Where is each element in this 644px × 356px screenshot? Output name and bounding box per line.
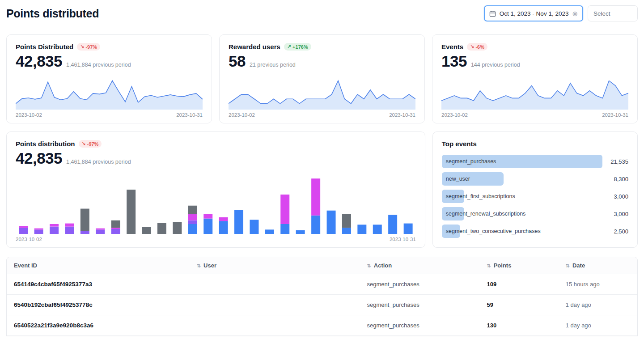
top-event-value: 3,000	[602, 211, 628, 217]
points-distribution-bar-chart	[16, 177, 416, 234]
points-distributed-sparkline	[16, 78, 203, 110]
trend-arrow-icon: ↗	[287, 44, 291, 50]
stat-subtitle: 21 previous period	[250, 62, 296, 68]
user-cell	[190, 315, 360, 336]
dashboard-main: Points Distributed ↘ -97% 42,835 1,461,8…	[0, 27, 644, 336]
clear-date-icon[interactable]: ⊗	[572, 10, 578, 17]
stat-subtitle: 1,461,884 previous period	[66, 159, 131, 165]
trend-arrow-icon: ↘	[82, 141, 86, 147]
action-cell: segment_purchases	[360, 295, 480, 315]
event-id-cell: 6540b192cbaf65f49253778c	[7, 295, 190, 315]
stat-title: Events	[441, 43, 463, 51]
table-row[interactable]: 654149c4cbaf65f4925377a3 segment_purchas…	[7, 274, 637, 295]
trend-value: +176%	[292, 44, 308, 50]
top-event-label: segment_first_subscriptions	[446, 193, 515, 199]
trend-arrow-icon: ↘	[80, 44, 84, 50]
user-cell	[190, 295, 360, 315]
column-header-event-id: Event ID	[7, 257, 190, 274]
stat-subtitle: 1,461,884 previous period	[66, 62, 131, 68]
sort-icon[interactable]: ⇅	[487, 263, 491, 268]
select-placeholder: Select	[593, 10, 610, 17]
date-range-picker[interactable]: Oct 1, 2023 - Nov 1, 2023 ⊗	[484, 5, 583, 21]
event-id-cell: 654149c4cbaf65f4925377a3	[7, 274, 190, 295]
stat-card-events: Events ↘ -6% 135 144 previous period 202…	[432, 34, 638, 123]
axis-date-start: 2023-10-02	[16, 237, 42, 242]
stat-cards-row: Points Distributed ↘ -97% 42,835 1,461,8…	[6, 34, 638, 123]
top-event-value: 2,500	[602, 228, 628, 235]
stat-title: Rewarded users	[229, 43, 280, 51]
top-event-row[interactable]: segment_renewal_subscriptions 3,000	[442, 207, 628, 220]
stat-card-rewarded-users: Rewarded users ↗ +176% 58 21 previous pe…	[219, 34, 425, 123]
axis-date-start: 2023-10-02	[229, 112, 255, 118]
axis-date-end: 2023-10-31	[602, 112, 628, 118]
column-header-action[interactable]: ⇅Action	[360, 257, 480, 274]
column-header-user[interactable]: ⇅User	[190, 257, 360, 274]
trend-badge: ↘ -97%	[79, 140, 102, 148]
trend-value: -97%	[85, 44, 97, 50]
trend-arrow-icon: ↘	[470, 44, 474, 50]
points-cell: 130	[479, 315, 558, 336]
points-cell: 59	[479, 295, 558, 315]
top-event-value: 3,000	[602, 193, 628, 200]
top-event-value: 21,535	[602, 158, 628, 165]
second-row: Points distribution ↘ -97% 42,835 1,461,…	[6, 131, 638, 248]
sort-icon[interactable]: ⇅	[367, 263, 371, 268]
top-event-label: segment_two_consecutive_purchases	[446, 228, 541, 234]
top-event-row[interactable]: segment_purchases 21,535	[442, 155, 628, 168]
date-range-value: Oct 1, 2023 - Nov 1, 2023	[500, 10, 569, 17]
top-event-label: segment_purchases	[446, 158, 496, 165]
trend-value: -97%	[87, 141, 99, 147]
sort-icon[interactable]: ⇅	[566, 263, 570, 268]
axis-date-end: 2023-10-31	[176, 112, 203, 118]
table-row[interactable]: 6540b192cbaf65f49253778c segment_purchas…	[7, 295, 637, 315]
axis-date-start: 2023-10-02	[16, 112, 42, 118]
header-controls: Oct 1, 2023 - Nov 1, 2023 ⊗ Select	[484, 5, 638, 21]
select-dropdown[interactable]: Select	[588, 5, 638, 21]
trend-badge: ↗ +176%	[284, 43, 311, 51]
events-sparkline	[441, 78, 628, 110]
top-event-value: 8,300	[602, 176, 628, 182]
top-event-row[interactable]: new_user 8,300	[442, 172, 628, 186]
top-events-title: Top events	[442, 140, 628, 148]
axis-date-end: 2023-10-31	[389, 112, 415, 118]
points-cell: 109	[479, 274, 558, 295]
trend-value: -6%	[475, 44, 484, 50]
events-table: Event ID ⇅User ⇅Action ⇅Points ⇅Date	[6, 257, 638, 336]
axis-date-end: 2023-10-31	[390, 237, 416, 242]
action-cell: segment_purchases	[360, 274, 480, 295]
trend-badge: ↘ -97%	[77, 43, 100, 51]
top-event-row[interactable]: segment_two_consecutive_purchases 2,500	[442, 225, 628, 238]
trend-badge: ↘ -6%	[467, 43, 487, 51]
points-distribution-card: Points distribution ↘ -97% 42,835 1,461,…	[6, 131, 425, 248]
top-event-label: new_user	[446, 176, 470, 182]
page-header: Points distributed Oct 1, 2023 - Nov 1, …	[0, 0, 644, 27]
page-title: Points distributed	[6, 7, 99, 20]
top-event-row[interactable]: segment_first_subscriptions 3,000	[442, 190, 628, 203]
date-cell: 1 day ago	[559, 315, 637, 336]
user-cell	[190, 274, 360, 295]
date-cell: 15 hours ago	[559, 274, 637, 295]
stat-value: 135	[441, 52, 467, 70]
calendar-icon	[489, 10, 496, 17]
top-event-label: segment_renewal_subscriptions	[446, 211, 526, 217]
action-cell: segment_purchases	[360, 315, 480, 336]
date-cell: 1 day ago	[559, 295, 637, 315]
sort-icon[interactable]: ⇅	[197, 263, 201, 268]
top-events-card: Top events segment_purchases 21,535 new_…	[432, 131, 638, 248]
stat-title: Points Distributed	[16, 43, 73, 51]
table-row[interactable]: 6540522a21f3a9e920b8c3a6 segment_purchas…	[7, 315, 637, 336]
stat-title: Points distribution	[16, 140, 75, 148]
stat-value: 42,835	[16, 52, 62, 70]
stat-value: 42,835	[16, 149, 62, 167]
event-id-cell: 6540522a21f3a9e920b8c3a6	[7, 315, 190, 336]
column-header-points[interactable]: ⇅Points	[479, 257, 558, 274]
rewarded-users-sparkline	[229, 78, 415, 110]
stat-value: 58	[229, 52, 246, 70]
stat-subtitle: 144 previous period	[471, 62, 520, 68]
axis-date-start: 2023-10-02	[441, 112, 468, 118]
stat-card-points-distributed: Points Distributed ↘ -97% 42,835 1,461,8…	[6, 34, 212, 123]
column-header-date[interactable]: ⇅Date	[559, 257, 637, 274]
